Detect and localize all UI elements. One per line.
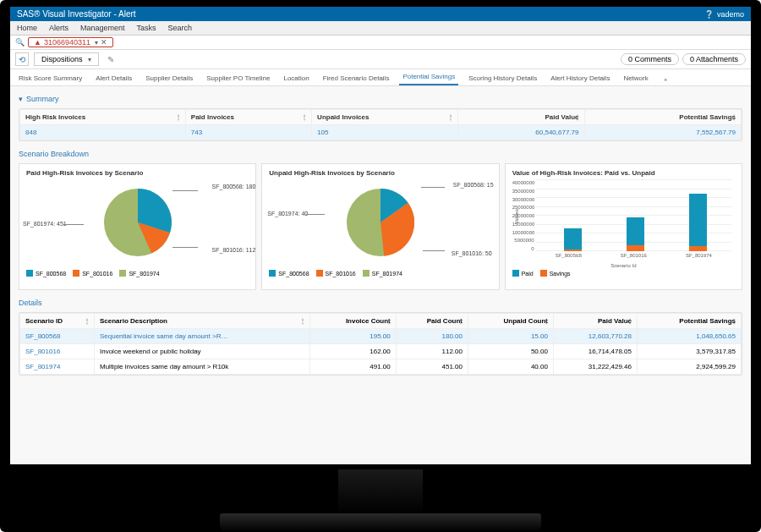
bar-sf800568 xyxy=(564,228,581,251)
comments-button[interactable]: 0 Comments xyxy=(621,53,679,65)
content-area: ▾ Summary High Risk Invoices⋮ Paid Invoi… xyxy=(10,86,751,464)
col-potential-savings[interactable]: Potential Savings⋮ xyxy=(584,110,741,125)
summary-table: High Risk Invoices⋮ Paid Invoices⋮ Unpai… xyxy=(19,109,742,140)
column-menu-icon[interactable]: ⋮ xyxy=(627,317,633,325)
summary-row[interactable]: 848 743 105 60,540,677.79 7,552,567.79 xyxy=(20,125,742,140)
alert-id: 31066940311 xyxy=(44,38,90,47)
table-row[interactable]: SF_801016Invoice weekend or public holid… xyxy=(20,344,742,359)
breadcrumb-bar: 🔍 ▲ 31066940311 ✕ xyxy=(10,36,751,50)
col-paid-value[interactable]: Paid Value⋮ xyxy=(458,110,584,125)
details-table: Scenario ID⋮ Scenario Description⋮ Invoi… xyxy=(19,313,742,375)
chevron-down-icon[interactable] xyxy=(93,38,98,47)
tab-fired-scenario[interactable]: Fired Scenario Details xyxy=(320,71,393,85)
tab-alert-details[interactable]: Alert Details xyxy=(92,71,135,85)
pie-chart xyxy=(104,189,172,256)
col-potential-savings[interactable]: Potential Savings⋮ xyxy=(637,314,741,329)
edit-button[interactable]: ✎ xyxy=(104,52,118,66)
app-title: SAS® Visual Investigator - Alert xyxy=(17,9,136,19)
chart-paid-pie: Paid High-Risk Invoices by Scenario SF_8… xyxy=(19,163,256,290)
pie-label: SF_801974: 40 xyxy=(267,211,308,217)
tab-risk-score[interactable]: Risk Score Summary xyxy=(15,71,85,85)
bar-legend: Paid Savings xyxy=(512,270,735,277)
close-icon[interactable]: ✕ xyxy=(101,38,107,47)
column-menu-icon[interactable]: ⋮ xyxy=(84,317,90,325)
col-invoice-count[interactable]: Invoice Count⋮ xyxy=(310,314,397,329)
menu-search[interactable]: Search xyxy=(167,23,194,33)
x-axis-label: Scenario Id xyxy=(610,263,636,268)
pie-label: SF_800568: 15 xyxy=(453,182,494,188)
menu-management[interactable]: Management xyxy=(79,23,127,33)
details-title[interactable]: Details xyxy=(19,299,742,307)
col-unpaid-count[interactable]: Unpaid Count⋮ xyxy=(468,314,553,329)
chart-unpaid-pie: Unpaid High-Risk Invoices by Scenario SF… xyxy=(261,163,499,290)
tab-network[interactable]: Network xyxy=(620,71,651,85)
column-menu-icon[interactable]: ⋮ xyxy=(731,317,737,325)
detail-tabs: Risk Score Summary Alert Details Supplie… xyxy=(10,69,751,86)
col-paid-inv[interactable]: Paid Invoices⋮ xyxy=(185,110,311,125)
help-icon[interactable]: ❔ xyxy=(704,10,714,19)
pie-legend: SF_800568 SF_801016 SF_801974 xyxy=(269,270,491,277)
menu-home[interactable]: Home xyxy=(15,23,39,33)
refresh-button[interactable]: ⟲ xyxy=(15,52,29,66)
col-paid-count[interactable]: Paid Count⋮ xyxy=(396,314,468,329)
col-unpaid-inv[interactable]: Unpaid Invoices⋮ xyxy=(312,110,458,125)
tab-potential-savings[interactable]: Potential Savings xyxy=(399,69,458,85)
user-label[interactable]: vademo xyxy=(717,10,744,19)
pie-label: SF_801016: 50 xyxy=(452,250,492,256)
add-tab-button[interactable]: + xyxy=(659,74,673,85)
pie-label: SF_801016: 112 xyxy=(212,247,256,253)
col-scenario-id[interactable]: Scenario ID⋮ xyxy=(20,314,95,329)
tab-alert-history[interactable]: Alert History Details xyxy=(547,71,613,85)
app-titlebar: SAS® Visual Investigator - Alert ❔ vadem… xyxy=(10,7,751,21)
column-menu-icon[interactable]: ⋮ xyxy=(457,317,464,325)
column-menu-icon[interactable]: ⋮ xyxy=(447,113,454,121)
chevron-down-icon xyxy=(86,55,91,63)
tab-location[interactable]: Location xyxy=(280,71,312,85)
collapse-icon: ▾ xyxy=(19,95,23,103)
tab-supplier-details[interactable]: Supplier Details xyxy=(142,71,196,85)
attachments-button[interactable]: 0 Attachments xyxy=(682,53,746,65)
col-high-risk[interactable]: High Risk Invoices⋮ xyxy=(20,110,186,125)
column-menu-icon[interactable]: ⋮ xyxy=(299,317,306,325)
bar-chart: 4000000035000000300000002500000020000000… xyxy=(512,180,735,265)
pie-label: SF_801974: 451 xyxy=(23,221,67,227)
pie-label: SF_800568: 180 xyxy=(212,184,256,189)
alert-breadcrumb-tab[interactable]: ▲ 31066940311 ✕ xyxy=(28,37,113,47)
menu-alerts[interactable]: Alerts xyxy=(47,23,70,33)
y-axis-label: Values xyxy=(514,209,519,224)
tab-supplier-po[interactable]: Supplier PO Timeline xyxy=(203,71,273,85)
details-panel: Scenario ID⋮ Scenario Description⋮ Invoi… xyxy=(19,312,742,376)
column-menu-icon[interactable]: ⋮ xyxy=(175,113,182,121)
pie-chart xyxy=(347,189,414,256)
table-row[interactable]: SF_801974Multiple invoices same day amou… xyxy=(20,359,742,375)
column-menu-icon[interactable]: ⋮ xyxy=(386,317,392,325)
bar-sf801016 xyxy=(627,217,643,251)
menubar: Home Alerts Management Tasks Search xyxy=(10,21,751,36)
dispositions-button[interactable]: Dispositions xyxy=(34,52,99,66)
summary-panel: High Risk Invoices⋮ Paid Invoices⋮ Unpai… xyxy=(19,108,742,141)
action-toolbar: ⟲ Dispositions ✎ 0 Comments 0 Attachment… xyxy=(10,50,751,69)
tab-scoring-history[interactable]: Scoring History Details xyxy=(465,71,540,85)
column-menu-icon[interactable]: ⋮ xyxy=(543,317,550,325)
column-menu-icon[interactable]: ⋮ xyxy=(574,113,581,121)
column-menu-icon[interactable]: ⋮ xyxy=(731,113,737,121)
alert-icon: ▲ xyxy=(34,38,41,47)
col-paid-value[interactable]: Paid Value⋮ xyxy=(553,314,637,329)
breakdown-title[interactable]: Scenario Breakdown xyxy=(19,150,742,158)
chart-value-bar: Value of High-Risk Invoices: Paid vs. Un… xyxy=(505,163,742,290)
col-scenario-desc[interactable]: Scenario Description⋮ xyxy=(94,314,309,329)
bar-sf801974 xyxy=(689,194,706,251)
menu-tasks[interactable]: Tasks xyxy=(135,23,158,33)
table-row[interactable]: SF_800568Sequential invoice same day amo… xyxy=(20,329,742,344)
pie-legend: SF_800568 SF_801016 SF_801974 xyxy=(26,270,249,277)
summary-title[interactable]: ▾ Summary xyxy=(19,95,742,103)
column-menu-icon[interactable]: ⋮ xyxy=(301,113,308,121)
search-list-icon[interactable]: 🔍 xyxy=(15,38,25,47)
